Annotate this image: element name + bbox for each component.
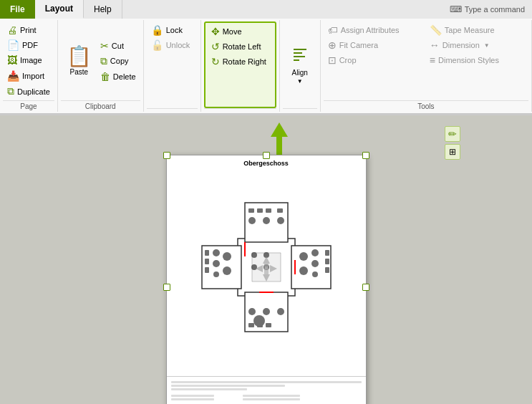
arrange-group-label xyxy=(147,108,198,110)
svg-rect-3 xyxy=(294,59,299,61)
align-icon xyxy=(291,46,309,67)
document-page[interactable]: Obergeschoss xyxy=(166,155,367,404)
svg-rect-19 xyxy=(205,267,209,273)
svg-point-37 xyxy=(263,308,270,315)
svg-rect-0 xyxy=(294,49,306,50)
tools-group-label: Tools xyxy=(324,100,528,110)
assign-attributes-button[interactable]: 🏷 Assign Attributes xyxy=(325,23,425,37)
handle-top-left[interactable] xyxy=(163,152,170,159)
page-group-label: Page xyxy=(3,100,54,110)
print-icon: 🖨 xyxy=(7,24,17,36)
duplicate-icon: ⧉ xyxy=(7,85,14,97)
delete-button[interactable]: 🗑 Delete xyxy=(97,69,139,84)
cut-button[interactable]: ✂ Cut xyxy=(97,39,139,53)
paste-icon: 📋 xyxy=(67,47,92,67)
delete-icon: 🗑 xyxy=(100,71,110,82)
handle-top-center[interactable] xyxy=(263,152,270,159)
clipboard-group-label: Clipboard xyxy=(61,100,140,110)
svg-point-21 xyxy=(213,260,220,267)
svg-rect-25 xyxy=(325,250,329,256)
import-button[interactable]: 📥 Import xyxy=(4,69,53,83)
lock-button[interactable]: 🔒 Lock xyxy=(148,23,193,37)
handle-mid-left[interactable] xyxy=(163,284,170,291)
rotate-left-icon: ↺ xyxy=(211,41,220,52)
footer-line-2 xyxy=(171,385,286,387)
crop-button[interactable]: ⊡ Crop xyxy=(325,53,425,67)
lock-icon: 🔒 xyxy=(151,24,163,36)
move-button[interactable]: ✥ Move xyxy=(208,24,269,39)
pdf-button[interactable]: 📄 PDF xyxy=(4,38,45,52)
dimension-button[interactable]: ↔ Dimension ▼ xyxy=(427,38,527,52)
crop-icon: ⊡ xyxy=(328,54,337,66)
print-button[interactable]: 🖨 Print xyxy=(4,23,45,37)
footer-data-1 xyxy=(171,395,214,397)
annotation-arrow xyxy=(271,122,288,158)
duplicate-button[interactable]: ⧉ Duplicate xyxy=(4,84,53,99)
svg-point-22 xyxy=(213,271,219,277)
svg-rect-18 xyxy=(205,259,209,264)
svg-point-40 xyxy=(251,252,257,258)
svg-rect-12 xyxy=(266,208,271,213)
dimension-styles-button[interactable]: ≡ Dimension Styles xyxy=(427,53,527,67)
svg-point-28 xyxy=(311,249,319,256)
transform-group-label xyxy=(204,108,276,110)
document-container: Obergeschoss xyxy=(166,155,367,404)
tab-file[interactable]: File xyxy=(0,0,35,19)
paste-button[interactable]: 📋 Paste xyxy=(62,23,96,99)
floor-plan xyxy=(188,188,345,346)
type-command-text: Type a command xyxy=(465,5,525,14)
svg-point-14 xyxy=(248,217,256,224)
type-command-icon: ⌨ xyxy=(450,4,462,14)
footer-line-3 xyxy=(171,388,247,390)
edit-icon: ✏ xyxy=(448,128,457,140)
ribbon-group-align: Align ▼ xyxy=(280,20,321,112)
floor-plan-svg xyxy=(188,188,345,346)
doc-footer xyxy=(167,376,366,404)
tab-layout[interactable]: Layout xyxy=(35,0,84,19)
unlock-icon: 🔓 xyxy=(151,39,163,51)
svg-rect-8 xyxy=(291,246,331,289)
footer-data-3 xyxy=(243,395,300,397)
fit-camera-icon: ⊕ xyxy=(328,39,337,51)
layout-tab-label: Layout xyxy=(45,4,73,14)
svg-rect-11 xyxy=(257,208,263,213)
footer-data-2 xyxy=(171,398,214,400)
align-button[interactable]: Align ▼ xyxy=(284,43,316,87)
unlock-button[interactable]: 🔓 Unlock xyxy=(148,38,193,52)
image-button[interactable]: 🖼 Image xyxy=(4,53,45,67)
rotate-right-button[interactable]: ↻ Rotate Right xyxy=(208,54,269,69)
svg-rect-53 xyxy=(265,266,268,269)
svg-rect-2 xyxy=(294,56,305,57)
svg-point-38 xyxy=(277,308,284,315)
type-command-area[interactable]: ⌨ Type a command xyxy=(442,0,532,19)
tape-measure-icon: 📏 xyxy=(430,24,442,36)
fit-camera-button[interactable]: ⊕ Fit Camera xyxy=(325,38,425,52)
tab-help[interactable]: Help xyxy=(84,0,122,19)
copy-icon: ⧉ xyxy=(100,55,107,67)
svg-rect-10 xyxy=(248,208,254,213)
rotate-left-button[interactable]: ↺ Rotate Left xyxy=(208,39,269,54)
svg-point-32 xyxy=(299,266,308,275)
svg-rect-35 xyxy=(266,323,271,327)
copy-button[interactable]: ⧉ Copy xyxy=(97,54,139,69)
assign-attributes-icon: 🏷 xyxy=(328,24,338,36)
move-icon: ✥ xyxy=(211,26,220,37)
svg-point-42 xyxy=(251,264,257,270)
tape-measure-button[interactable]: 📏 Tape Measure xyxy=(427,23,527,37)
svg-point-16 xyxy=(277,217,284,224)
align-dropdown-icon: ▼ xyxy=(297,78,303,85)
ribbon-group-arrange: 🔒 Lock 🔓 Unlock xyxy=(144,20,201,112)
handle-top-right[interactable] xyxy=(362,152,369,159)
dimension-dropdown-icon: ▼ xyxy=(484,42,490,49)
canvas-edit-icon[interactable]: ✏ xyxy=(445,126,460,142)
svg-rect-1 xyxy=(294,52,302,54)
svg-rect-33 xyxy=(248,323,254,327)
handle-mid-right[interactable] xyxy=(362,284,369,291)
footer-line-1 xyxy=(171,381,362,383)
canvas-area: Obergeschoss xyxy=(0,115,532,404)
tab-bar: File Layout Help ⌨ Type a command xyxy=(0,0,532,19)
canvas-secondary-icon[interactable]: ⊞ xyxy=(445,144,460,160)
ribbon-group-page: 🖨 Print 📄 PDF 🖼 Image 📥 Impo xyxy=(0,20,58,112)
dimension-styles-icon: ≡ xyxy=(430,54,435,66)
secondary-icon: ⊞ xyxy=(449,147,456,157)
